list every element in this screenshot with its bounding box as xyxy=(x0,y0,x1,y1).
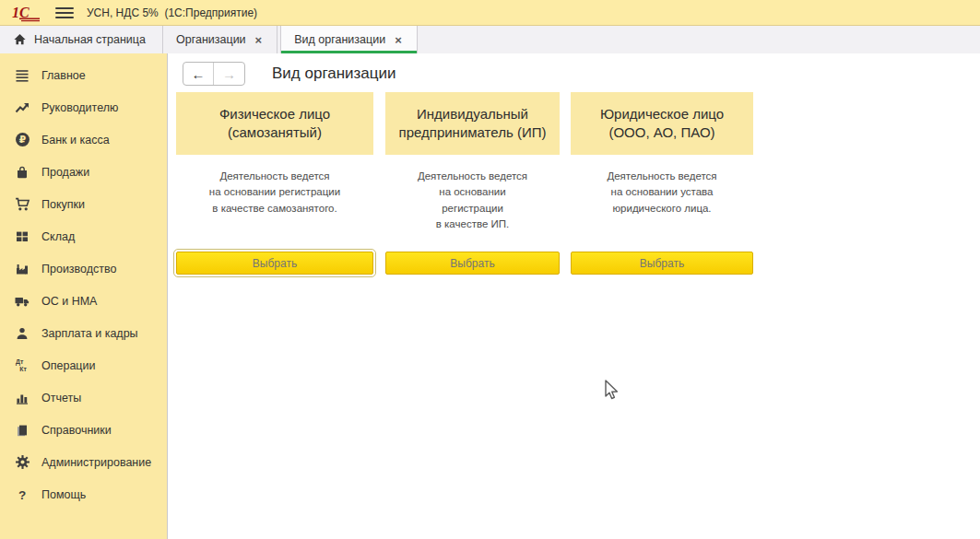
window-title: УСН, НДС 5% (1С:Предприятие) xyxy=(87,6,257,19)
bar-chart-icon xyxy=(13,390,31,405)
card-title: Физическое лицо (самозанятый) xyxy=(176,92,373,155)
tab-bar: Начальная страница Организации × Вид орг… xyxy=(0,26,980,53)
sidebar-item-directories[interactable]: Справочники xyxy=(0,414,167,446)
card-description: Деятельность ведется на основании регист… xyxy=(176,169,373,217)
truck-icon xyxy=(13,293,31,309)
question-icon: ? xyxy=(13,486,31,502)
close-icon[interactable]: × xyxy=(254,32,265,48)
card-entrepreneur: Индивидуальный предприниматель (ИП) Деят… xyxy=(385,92,560,275)
choose-button-legal-entity[interactable]: Выбрать xyxy=(571,252,753,275)
svg-text:Кт: Кт xyxy=(19,366,27,372)
sidebar-item-label: Операции xyxy=(41,359,95,372)
history-nav: ← → xyxy=(183,62,245,86)
sidebar-item-label: Зарплата и кадры xyxy=(41,327,138,340)
sidebar-item-fixed-assets[interactable]: ОС и НМА xyxy=(0,285,167,317)
sidebar-item-label: Покупки xyxy=(41,198,85,211)
home-icon xyxy=(13,33,27,46)
svg-text:?: ? xyxy=(18,488,26,502)
card-legal-entity: Юридическое лицо (ООО, АО, ПАО) Деятельн… xyxy=(571,92,753,275)
sidebar-item-label: Отчеты xyxy=(41,392,81,404)
card-title: Индивидуальный предприниматель (ИП) xyxy=(385,92,560,155)
svg-text:Дт: Дт xyxy=(16,358,24,366)
sidebar-item-sales[interactable]: Продажи xyxy=(0,156,167,188)
tab-organization-type[interactable]: Вид организации × xyxy=(280,26,418,53)
sidebar-item-operations[interactable]: Дт Кт Операции xyxy=(0,349,167,381)
cart-icon xyxy=(13,196,31,212)
main-menu-icon[interactable] xyxy=(55,7,74,18)
choose-button-selfemployed[interactable]: Выбрать xyxy=(176,252,373,275)
main-content: ← → Вид организации Физическое лицо (сам… xyxy=(169,53,980,539)
sidebar-item-label: Производство xyxy=(41,263,117,275)
sidebar-item-warehouse[interactable]: Склад xyxy=(0,220,167,252)
sidebar: Главное Руководителю ₽ Банк и касса xyxy=(0,53,168,539)
1c-logo-icon: 1С xyxy=(11,3,42,23)
forward-button[interactable]: → xyxy=(214,63,244,85)
close-icon[interactable]: × xyxy=(393,32,404,48)
tab-label: Начальная страница xyxy=(34,33,146,46)
sidebar-item-label: Банк и касса xyxy=(41,134,110,146)
sidebar-item-reports[interactable]: Отчеты xyxy=(0,381,167,414)
sidebar-item-label: ОС и НМА xyxy=(41,295,97,308)
card-individual-selfemployed: Физическое лицо (самозанятый) Деятельнос… xyxy=(176,92,373,275)
sidebar-item-label: Склад xyxy=(41,230,75,243)
sidebar-item-help[interactable]: ? Помощь xyxy=(0,478,167,510)
bag-icon xyxy=(13,164,31,180)
tab-home-page[interactable]: Начальная страница xyxy=(0,26,163,53)
sidebar-item-label: Руководителю xyxy=(41,101,118,114)
factory-icon xyxy=(13,261,31,276)
window-header: 1С УСН, НДС 5% (1С:Предприятие) xyxy=(0,0,980,26)
page-title: Вид организации xyxy=(272,64,396,83)
sidebar-item-bank-cash[interactable]: ₽ Банк и касса xyxy=(0,123,167,156)
sidebar-item-purchases[interactable]: Покупки xyxy=(0,188,167,220)
sidebar-item-administration[interactable]: Администрирование xyxy=(0,446,167,478)
tab-organizations[interactable]: Организации × xyxy=(163,26,277,53)
card-description: Деятельность ведется на основании регист… xyxy=(385,169,560,232)
sidebar-item-payroll-hr[interactable]: Зарплата и кадры xyxy=(0,317,167,349)
books-icon xyxy=(13,422,31,438)
card-title: Юридическое лицо (ООО, АО, ПАО) xyxy=(571,92,753,155)
card-description: Деятельность ведется на основании устава… xyxy=(571,169,753,217)
debit-credit-icon: Дт Кт xyxy=(13,357,31,373)
back-button[interactable]: ← xyxy=(183,63,214,85)
ruble-circle-icon: ₽ xyxy=(13,132,31,147)
sidebar-item-manager[interactable]: Руководителю xyxy=(0,91,167,123)
app-window: 1С УСН, НДС 5% (1С:Предприятие) Начальна… xyxy=(0,0,980,539)
sidebar-item-label: Главное xyxy=(41,69,86,82)
sidebar-item-label: Справочники xyxy=(41,424,112,437)
menu-lines-icon xyxy=(13,67,31,83)
person-icon xyxy=(13,325,31,341)
warehouse-icon xyxy=(13,228,31,244)
sidebar-item-label: Помощь xyxy=(41,488,86,501)
svg-text:1С: 1С xyxy=(12,5,30,20)
svg-text:₽: ₽ xyxy=(18,134,25,146)
sidebar-item-main[interactable]: Главное xyxy=(0,59,167,91)
sidebar-item-label: Продажи xyxy=(41,166,89,179)
tab-label: Организации xyxy=(176,33,246,46)
sidebar-item-label: Администрирование xyxy=(41,456,151,469)
choose-button-entrepreneur[interactable]: Выбрать xyxy=(385,252,560,275)
gear-icon xyxy=(13,454,31,470)
tab-label: Вид организации xyxy=(294,33,385,46)
trend-up-icon xyxy=(13,100,31,115)
sidebar-item-production[interactable]: Производство xyxy=(0,252,167,285)
